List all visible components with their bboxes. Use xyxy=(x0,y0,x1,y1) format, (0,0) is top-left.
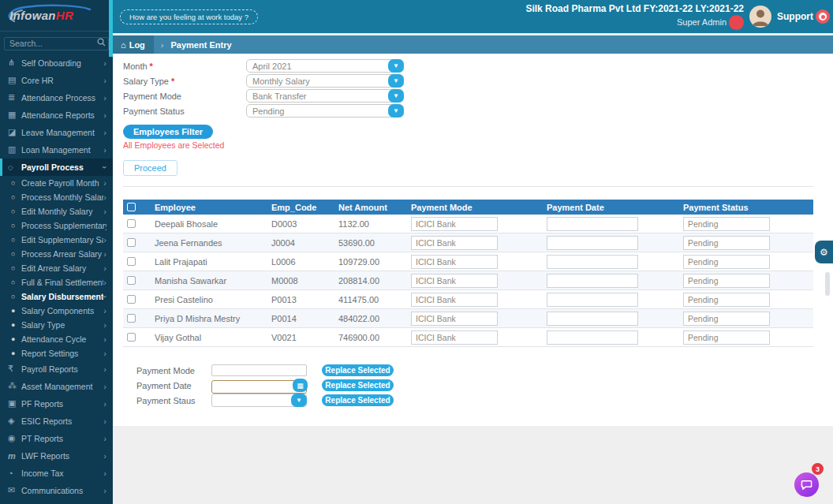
payment-mode-input[interactable] xyxy=(411,274,498,288)
sidebar-item-label: Full & Final Settlement xyxy=(21,278,103,287)
support-link[interactable]: Support xyxy=(777,11,813,22)
payment-date-input[interactable] xyxy=(547,293,638,307)
logo[interactable]: InfowanHR xyxy=(0,0,113,32)
sidebar-item-self-onboarding[interactable]: ⋔Self Onboarding› xyxy=(0,54,113,72)
payment-date-input[interactable] xyxy=(547,236,638,250)
replace-selected-status-button[interactable]: Replace Selected xyxy=(322,394,394,406)
sidebar-item-payroll-process[interactable]: ◌Payroll Process› xyxy=(0,159,113,176)
row-checkbox[interactable] xyxy=(127,333,136,342)
row-checkbox[interactable] xyxy=(127,276,136,285)
chevron-right-icon: › xyxy=(103,382,106,391)
sidebar-item-report-settings[interactable]: ●Report Settings› xyxy=(0,346,113,360)
sidebar-item-attendance-cycle[interactable]: ●Attendance Cycle› xyxy=(0,332,113,346)
proceed-button[interactable]: Proceed xyxy=(123,160,177,176)
payment-mode-input[interactable] xyxy=(411,217,498,231)
chevron-right-icon: › xyxy=(103,128,106,137)
settings-gear-button[interactable]: ⚙ xyxy=(815,241,833,263)
payment-mode-input[interactable] xyxy=(411,236,498,250)
row-checkbox[interactable] xyxy=(127,314,136,323)
caret-down-icon[interactable]: ▼ xyxy=(388,104,404,118)
share-nodes-icon: ⁂ xyxy=(8,381,21,391)
net-amount: 208814.00 xyxy=(338,276,411,286)
sidebar-item-income-tax[interactable]: ◔Income Tax› xyxy=(0,465,113,482)
table-row: Lalit Prajapati L0006 109729.00 xyxy=(123,252,813,271)
bulk-payment-status-select[interactable]: ▼ xyxy=(211,394,307,407)
sidebar-item-full-final-settlement[interactable]: ○Full & Final Settlement› xyxy=(0,275,113,289)
sidebar-item-salary-disbursement[interactable]: ○Salary Disbursement› xyxy=(0,289,113,304)
chevron-right-icon: › xyxy=(103,58,106,68)
row-checkbox[interactable] xyxy=(127,295,136,304)
month-select[interactable]: April 2021▼ xyxy=(246,59,404,73)
sidebar-item-communications[interactable]: ✉Communications› xyxy=(0,482,113,499)
breadcrumb-log[interactable]: ⌂Log xyxy=(113,35,154,54)
sidebar-item-salary-type[interactable]: ●Salary Type› xyxy=(0,318,113,332)
caret-down-icon[interactable]: ▼ xyxy=(388,89,404,103)
payment-status-input[interactable] xyxy=(683,217,770,231)
select-all-checkbox[interactable] xyxy=(127,203,136,211)
sidebar-item-edit-monthly-salary[interactable]: ○Edit Monthly Salary› xyxy=(0,204,113,218)
payment-mode-select[interactable]: Bank Transfer▼ xyxy=(246,89,404,103)
app-window: InfowanHR ⋔Self Onboarding› ▤Core HR› ≣A… xyxy=(0,0,833,504)
payment-date-input[interactable] xyxy=(547,255,638,269)
bulk-payment-mode-input[interactable] xyxy=(211,364,307,376)
payment-status-input[interactable] xyxy=(683,293,770,307)
payment-date-input[interactable] xyxy=(547,274,638,288)
scrollbar-thumb[interactable] xyxy=(825,272,830,296)
sidebar-item-esic-reports[interactable]: ◈ESIC Reports› xyxy=(0,413,113,430)
footer-area xyxy=(113,426,833,504)
sidebar-item-create-payroll-month[interactable]: ○Create Payroll Month› xyxy=(0,176,113,190)
payment-status-input[interactable] xyxy=(683,236,770,250)
sidebar-item-label: Leave Management xyxy=(21,128,103,137)
sidebar-item-label: Edit Supplementary Sal xyxy=(21,235,103,245)
salary-type-select[interactable]: Monthly Salary▼ xyxy=(246,74,404,88)
calendar-icon[interactable]: ▦ xyxy=(293,379,308,392)
user-avatar[interactable] xyxy=(749,6,771,28)
caret-down-icon[interactable]: ▼ xyxy=(291,394,307,407)
caret-down-icon[interactable]: ▼ xyxy=(388,59,404,73)
caret-down-icon[interactable]: ▼ xyxy=(388,74,404,88)
sidebar-item-edit-arrear-salary[interactable]: ○Edit Arrear Salary› xyxy=(0,261,113,275)
sidebar-item-pf-reports[interactable]: ▣PF Reports› xyxy=(0,395,113,413)
sidebar-item-pt-reports[interactable]: ◉PT Reports› xyxy=(0,430,113,447)
payment-date-input[interactable] xyxy=(547,312,638,326)
sidebar-item-attendance-process[interactable]: ≣Attendance Process› xyxy=(0,89,113,106)
row-checkbox[interactable] xyxy=(127,238,136,247)
employee-name: Priya D Mishra Mestry xyxy=(155,314,271,323)
support-target-icon[interactable] xyxy=(816,9,830,24)
replace-selected-mode-button[interactable]: Replace Selected xyxy=(322,364,394,376)
search-input[interactable] xyxy=(4,37,109,50)
payment-status-input[interactable] xyxy=(683,255,770,269)
payment-mode-input[interactable] xyxy=(411,255,498,269)
column-header-payment-mode: Payment Mode xyxy=(411,203,547,212)
sidebar-item-asset-management[interactable]: ⁂Asset Management› xyxy=(0,378,113,395)
employee-code: P0014 xyxy=(271,314,338,323)
payment-status-input[interactable] xyxy=(683,330,770,345)
net-amount: 109729.00 xyxy=(338,257,411,267)
payment-mode-input[interactable] xyxy=(411,293,498,307)
sidebar-item-process-supplementary-sal[interactable]: ○Process Supplementary Sal xyxy=(0,218,113,233)
payment-mode-input[interactable] xyxy=(411,330,498,345)
replace-selected-date-button[interactable]: Replace Selected xyxy=(322,379,394,391)
sidebar-item-edit-supplementary-sal[interactable]: ○Edit Supplementary Sal› xyxy=(0,233,113,247)
sidebar-item-process-monthly-salary[interactable]: ○Process Monthly Salary› xyxy=(0,190,113,204)
sidebar-item-loan-management[interactable]: ▥Loan Management› xyxy=(0,141,113,159)
notification-dot-icon[interactable] xyxy=(729,15,744,30)
payment-status-input[interactable] xyxy=(683,274,770,288)
employees-filter-button[interactable]: Employees Filter xyxy=(123,125,213,139)
payment-status-select[interactable]: Pending▼ xyxy=(246,104,404,118)
sidebar-item-attendance-reports[interactable]: ▦Attendance Reports› xyxy=(0,106,113,124)
mood-survey-pill[interactable]: How are you feeling at work today ? xyxy=(120,9,258,24)
payment-status-input[interactable] xyxy=(683,312,770,326)
sidebar-item-payroll-reports[interactable]: ₹Payroll Reports› xyxy=(0,360,113,378)
sidebar-item-core-hr[interactable]: ▤Core HR› xyxy=(0,72,113,89)
payment-date-input[interactable] xyxy=(547,217,638,231)
row-checkbox[interactable] xyxy=(127,257,136,266)
payment-mode-input[interactable] xyxy=(411,312,498,326)
chat-button[interactable] xyxy=(794,472,819,497)
row-checkbox[interactable] xyxy=(127,219,136,228)
payment-date-input[interactable] xyxy=(547,330,638,345)
sidebar-item-process-arrear-salary[interactable]: ○Process Arrear Salary› xyxy=(0,247,113,261)
sidebar-item-salary-components[interactable]: ●Salary Components› xyxy=(0,304,113,318)
sidebar-item-leave-management[interactable]: ◪Leave Management› xyxy=(0,124,113,141)
sidebar-item-lwf-reports[interactable]: mLWF Reports› xyxy=(0,447,113,465)
